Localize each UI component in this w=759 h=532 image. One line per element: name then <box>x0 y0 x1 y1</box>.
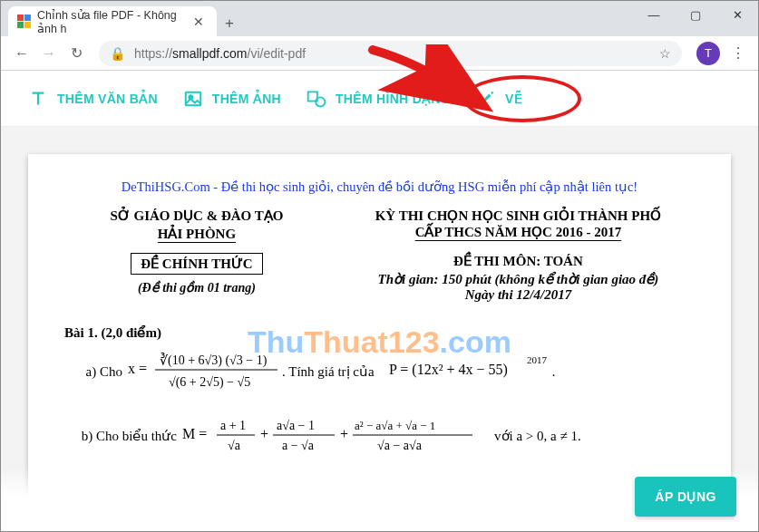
svg-text:a + 1: a + 1 <box>220 419 246 432</box>
doc-header-left: SỞ GIÁO DỤC & ĐÀO TẠO HẢI PHÒNG ĐỀ CHÍNH… <box>64 208 329 303</box>
tab-favicon <box>17 15 31 28</box>
add-image-label: THÊM ẢNH <box>212 92 281 106</box>
add-image-button[interactable]: THÊM ẢNH <box>183 89 281 109</box>
label-a: a) Cho <box>64 364 128 380</box>
doc-problem-1b: b) Cho biểu thức M = a + 1 √a + a√a − 1 … <box>64 411 695 460</box>
svg-rect-1 <box>24 15 31 21</box>
draw-button[interactable]: VẼ <box>476 89 522 109</box>
svg-text:√(6 + 2√5) − √5: √(6 + 2√5) − √5 <box>169 375 250 390</box>
url-path: /vi/edit-pdf <box>248 46 307 61</box>
label-a-tail: . Tính giá trị của <box>282 363 375 380</box>
svg-text:a√a − 1: a√a − 1 <box>277 419 315 432</box>
svg-rect-3 <box>24 22 31 28</box>
doc-body: Bài 1. (2,0 điểm) a) Cho x = ∛(10 + 6√3)… <box>64 324 695 460</box>
doc-problem-1-title: Bài 1. (2,0 điểm) <box>64 324 695 341</box>
svg-text:a − √a: a − √a <box>282 439 315 452</box>
new-tab-button[interactable]: + <box>217 15 242 36</box>
url-host: smallpdf.com <box>172 46 247 61</box>
add-text-button[interactable]: THÊM VĂN BẢN <box>28 89 158 109</box>
doc-duration: Thời gian: 150 phút (không kể thời gian … <box>342 271 695 287</box>
formula-p: P = (12x² + 4x − 55) 2017 <box>389 354 552 389</box>
label-b-tail: với a > 0, a ≠ 1. <box>494 428 581 444</box>
image-icon <box>183 89 203 109</box>
add-shape-button[interactable]: THÊM HÌNH DẠNG <box>307 89 451 109</box>
reload-button[interactable]: ↻ <box>63 40 90 67</box>
doc-subject: ĐỀ THI MÔN: TOÁN <box>342 253 695 269</box>
pencil-icon <box>476 89 496 109</box>
svg-rect-2 <box>17 22 24 28</box>
svg-text:x =: x = <box>128 361 147 376</box>
doc-issuer: SỞ GIÁO DỤC & ĐÀO TẠO <box>64 208 329 224</box>
browser-tab[interactable]: Chỉnh sửa file PDF - Không ảnh h ✕ <box>8 6 217 36</box>
url-input[interactable]: 🔒 https://smallpdf.com/vi/edit-pdf ☆ <box>99 41 682 66</box>
svg-text:√a: √a <box>228 439 241 452</box>
window-maximize-button[interactable]: ▢ <box>675 1 716 28</box>
pdf-page: DeThiHSG.Com - Đề thi học sinh giỏi, chu… <box>28 154 731 532</box>
svg-text:∛(10 + 6√3) (√3 − 1): ∛(10 + 6√3) (√3 − 1) <box>160 353 268 368</box>
label-b: b) Cho biểu thức <box>64 428 182 444</box>
window-close-button[interactable]: ✕ <box>716 1 758 28</box>
svg-text:+: + <box>260 426 268 441</box>
doc-header-right: KỲ THI CHỌN HỌC SINH GIỎI THÀNH PHỐ CẤP … <box>342 208 695 303</box>
forward-button: → <box>35 40 63 67</box>
add-shape-label: THÊM HÌNH DẠNG <box>336 92 451 106</box>
svg-rect-4 <box>186 92 201 105</box>
add-text-label: THÊM VĂN BẢN <box>57 92 158 106</box>
url-scheme: https:// <box>134 46 172 61</box>
text-icon <box>28 89 48 109</box>
doc-exam-title-1: KỲ THI CHỌN HỌC SINH GIỎI THÀNH PHỐ <box>342 208 695 224</box>
window-controls: — ▢ ✕ <box>633 1 758 28</box>
back-button[interactable]: ← <box>8 40 35 67</box>
profile-avatar[interactable]: T <box>696 42 720 65</box>
lock-icon: 🔒 <box>110 46 125 61</box>
formula-x: x = ∛(10 + 6√3) (√3 − 1) √(6 + 2√5) − √5 <box>128 346 282 397</box>
svg-text:2017: 2017 <box>527 354 548 365</box>
doc-exam-title-2: CẤP THCS NĂM HỌC 2016 - 2017 <box>342 224 695 240</box>
doc-official-box: ĐỀ CHÍNH THỨC <box>131 253 262 275</box>
formula-m: M = a + 1 √a + a√a − 1 a − √a + a² − a√a… <box>182 411 482 460</box>
doc-banner-link: DeThiHSG.Com - Đề thi học sinh giỏi, chu… <box>64 179 695 195</box>
doc-city: HẢI PHÒNG <box>158 226 236 242</box>
draw-label: VẼ <box>505 92 522 106</box>
doc-page-count: (Đề thi gồm 01 trang) <box>64 280 329 295</box>
address-bar: ← → ↻ 🔒 https://smallpdf.com/vi/edit-pdf… <box>1 36 758 71</box>
tab-title: Chỉnh sửa file PDF - Không ảnh h <box>37 8 190 35</box>
browser-title-bar: Chỉnh sửa file PDF - Không ảnh h ✕ + — ▢… <box>1 1 758 36</box>
shape-icon <box>307 89 326 109</box>
svg-text:+: + <box>340 426 348 441</box>
doc-date: Ngày thi 12/4/2017 <box>342 287 695 303</box>
editor-toolbar: THÊM VĂN BẢN THÊM ẢNH THÊM HÌNH DẠNG VẼ <box>1 71 758 127</box>
svg-text:P = (12x² + 4x − 55): P = (12x² + 4x − 55) <box>389 362 508 378</box>
svg-text:a² − a√a + √a − 1: a² − a√a + √a − 1 <box>355 419 435 432</box>
apply-button[interactable]: ÁP DỤNG <box>635 477 736 517</box>
window-minimize-button[interactable]: — <box>633 1 675 28</box>
svg-rect-0 <box>17 15 24 21</box>
browser-menu-icon[interactable]: ⋮ <box>725 44 751 62</box>
tab-close-icon[interactable]: ✕ <box>190 15 208 29</box>
svg-text:M =: M = <box>182 426 207 441</box>
svg-text:√a − a√a: √a − a√a <box>377 439 423 452</box>
doc-problem-1a: a) Cho x = ∛(10 + 6√3) (√3 − 1) √(6 + 2√… <box>64 346 695 397</box>
document-viewport[interactable]: DeThiHSG.Com - Đề thi học sinh giỏi, chu… <box>1 127 758 532</box>
bookmark-star-icon[interactable]: ☆ <box>659 46 671 61</box>
label-p-tail: . <box>552 364 556 380</box>
